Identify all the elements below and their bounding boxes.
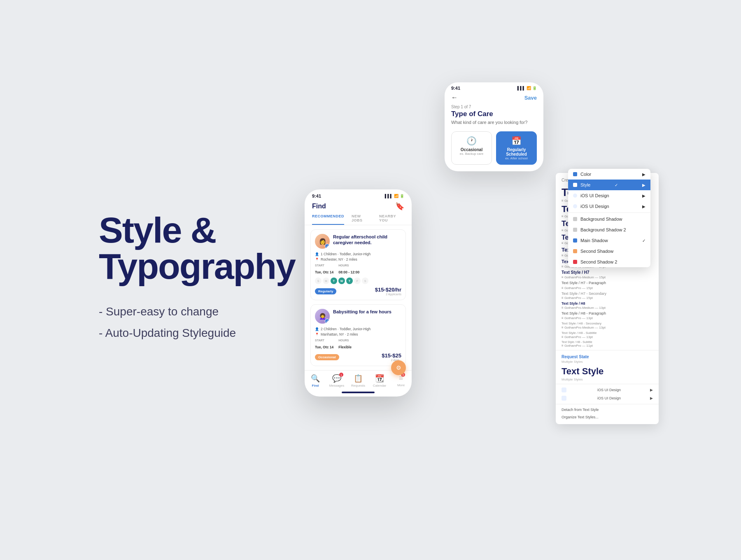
ts-h8-item[interactable]: Text Style / H8 ≡ GothamPro-Medium — 13p…: [556, 301, 659, 310]
ts-h8-para-item[interactable]: Text Style / H8 - Paragraph ≡ GothamPro …: [556, 310, 659, 321]
ts-h7-para-detail: ≡ GothamPro — 15pt: [562, 286, 653, 290]
ctx-style-check: ✓: [615, 183, 618, 187]
tag-regular-1: Regularly: [315, 288, 336, 294]
ts-h8-sub-detail: ≡ GothamPro — 13pt: [562, 335, 653, 339]
tab-recommended[interactable]: RECOMMENDED: [312, 214, 344, 225]
ctx-ios1[interactable]: iOS UI Design ▶: [568, 190, 650, 201]
ts-h8-para-detail: ≡ GothamPro — 13pt: [562, 316, 653, 320]
ctx-color[interactable]: Color ▶: [568, 169, 650, 180]
ts-h8-sec-item[interactable]: Text Style / H8 - Secondary ≡ GothamPro-…: [556, 321, 659, 330]
person-icon: 👤: [315, 252, 319, 256]
request-state-sub: Multiple Styles: [556, 360, 659, 364]
job-title-2: Babysitting for a few hours: [333, 309, 391, 315]
job-card-1[interactable]: 👩 ✓ Regular afterschool child caregiver …: [310, 229, 406, 300]
nav-requests[interactable]: 📋 Requests: [347, 374, 369, 387]
panel-ios-1[interactable]: iOS UI Design ▶: [556, 386, 659, 394]
ctx-color-label: Color: [580, 172, 591, 177]
ctx-bg-shadow2-label: Background Shadow 2: [580, 227, 626, 232]
calendar-icon: 📆: [375, 374, 384, 383]
job-info-1: Regular afterschool child caregiver need…: [333, 234, 401, 249]
filter-fab[interactable]: ⚙: [391, 360, 406, 375]
panel-ios-2[interactable]: iOS UI Design ▶: [556, 394, 659, 402]
text-style-sub: Multiple Styles: [556, 378, 659, 382]
right-section: 9:41 ▌▌▌ 📶 🔋 ← Save Step 1 of 7 Type of …: [296, 74, 659, 486]
location-icon-2: 📍: [315, 333, 319, 336]
ctx-color-arrow: ▶: [642, 172, 645, 177]
job-detail-2-children: 👤 2 Children · Toddler, Junior-High: [315, 327, 401, 331]
start-col-2: START Tue, Otc 14: [315, 339, 333, 350]
day-th1: T: [346, 278, 353, 284]
status-icons: ▌▌▌ 📶 🔋: [517, 86, 537, 90]
ctx-style-arrow: ▶: [642, 183, 645, 187]
nav-calendar[interactable]: 📆 Calendar: [369, 374, 390, 387]
verified-badge-1: ✓: [325, 244, 330, 249]
save-button[interactable]: Save: [524, 95, 537, 101]
ts-h8-sub-item[interactable]: Text Style / H8 - Subtitle ≡ GothamPro —…: [556, 330, 659, 340]
ts-h8-detail: ≡ GothamPro-Medium — 13pt: [562, 306, 653, 310]
left-section: Style & Typography - Super-easy to chang…: [82, 212, 296, 348]
bookmark-icon[interactable]: 🔖: [395, 202, 404, 211]
status-time: 9:41: [451, 86, 460, 91]
ctx-second-shadow2-label: Second Shadow 2: [580, 259, 617, 264]
ctx-bg-shadow-label: Background Shadow: [580, 217, 622, 222]
ts-h7-para-item[interactable]: Text Style / H7 - Paragraph ≡ GothamPro …: [556, 280, 659, 291]
ts-h8-sub2-item[interactable]: Text Style / H8 - Subtitle ≡ GothamPro —…: [556, 340, 659, 348]
ctx-second-shadow2[interactable]: Second Shadow 2: [568, 257, 650, 267]
day-m1: M: [323, 278, 329, 284]
ctx-second-shadow[interactable]: Second Shadow: [568, 246, 650, 257]
care-option-regular-sub: ex. After school: [499, 156, 534, 160]
top-phone-mockup: 9:41 ▌▌▌ 📶 🔋 ← Save Step 1 of 7 Type of …: [445, 82, 543, 171]
schedule-1: START Tue, Otc 14 HOURS 08:00 - 12:00: [315, 264, 401, 275]
tab-nearby[interactable]: NEARBY YOU: [379, 214, 404, 225]
ctx-ios2[interactable]: iOS UI Design ▶: [568, 201, 650, 212]
ts-h7-sec-item[interactable]: Text Style / H7 - Secondary ≡ GothamPro …: [556, 291, 659, 301]
ctx-bg-shadow2[interactable]: Background Shadow 2: [568, 224, 650, 235]
care-option-occasional-label: Occasional: [454, 147, 489, 152]
ctx-main-shadow-check: ✓: [642, 238, 645, 243]
hours-col-2: HOURS Flexible: [338, 339, 352, 350]
nav-more[interactable]: ≡ 3 More: [390, 374, 412, 387]
bottom-status-time: 9:41: [312, 194, 321, 198]
ios2-dot: [573, 204, 577, 208]
nav-find[interactable]: 🔍 Find: [305, 374, 326, 387]
step-indicator: Step 1 of 7: [445, 105, 543, 110]
care-option-occasional[interactable]: 🕐 Occasional ex. Backup care: [451, 131, 492, 165]
bottom-phone-mockup: 9:41 ▌▌▌ 📶 🔋 Find 🔖 RECOMMENDED NEW JOBS…: [305, 189, 412, 397]
panel-divider-3: [556, 404, 659, 404]
find-header: Find 🔖: [305, 200, 412, 214]
bottom-status-bar: 9:41 ▌▌▌ 📶 🔋: [305, 189, 412, 200]
nav-requests-label: Requests: [351, 384, 365, 387]
day-sa1: S: [362, 278, 368, 284]
job-card-2-header: 👩‍🦱 ✓ Babysitting for a few hours: [315, 309, 401, 324]
care-options: 🕐 Occasional ex. Backup care 📅 Regularly…: [445, 130, 543, 171]
nav-find-label: Find: [312, 384, 319, 387]
detach-action[interactable]: Detach from Text Style: [556, 406, 659, 413]
page-title: Style & Typography: [99, 212, 296, 285]
second-shadow2-dot: [573, 260, 577, 264]
ctx-main-shadow[interactable]: Main Shadow ✓: [568, 235, 650, 246]
content-area: Style & Typography - Super-easy to chang…: [82, 54, 659, 506]
job-card-2[interactable]: 👩‍🦱 ✓ Babysitting for a few hours 👤 2 Ch…: [310, 304, 406, 366]
ctx-main-shadow-label: Main Shadow: [580, 238, 608, 243]
organize-action[interactable]: Organize Text Styles...: [556, 413, 659, 421]
style-dot: [573, 183, 577, 187]
hours-col-1: HOURS 08:00 - 12:00: [338, 264, 359, 275]
day-s1: S: [315, 278, 322, 284]
care-option-occasional-sub: ex. Backup care: [454, 152, 489, 156]
panel-ios-1-arrow: ▶: [650, 388, 653, 392]
tab-new-jobs[interactable]: NEW JOBS: [352, 214, 372, 225]
care-option-regular[interactable]: 📅 Regularly Scheduled ex. After school: [496, 131, 537, 165]
nav-messages[interactable]: 💬 1 Messages: [326, 374, 347, 387]
ctx-bg-shadow[interactable]: Background Shadow: [568, 214, 650, 224]
ts-h8-sub-label: Text Style / H8 - Subtitle: [562, 331, 653, 335]
home-indicator: [342, 392, 375, 393]
back-button[interactable]: ←: [451, 94, 458, 101]
feature-item-1: - Super-easy to change: [99, 305, 296, 318]
panel-ios-1-label: iOS UI Design: [597, 388, 621, 392]
ctx-ios2-arrow: ▶: [642, 204, 645, 209]
ts-h7-item[interactable]: Text Style / H7 ≡ GothamPro-Medium — 15p…: [556, 269, 659, 280]
care-subtitle: What kind of care are you looking for?: [445, 120, 543, 130]
ts-h7-sec-detail: ≡ GothamPro — 15pt: [562, 296, 653, 300]
ctx-style[interactable]: Style ✓ ▶: [568, 180, 650, 190]
job-title-1: Regular afterschool child caregiver need…: [333, 234, 401, 246]
